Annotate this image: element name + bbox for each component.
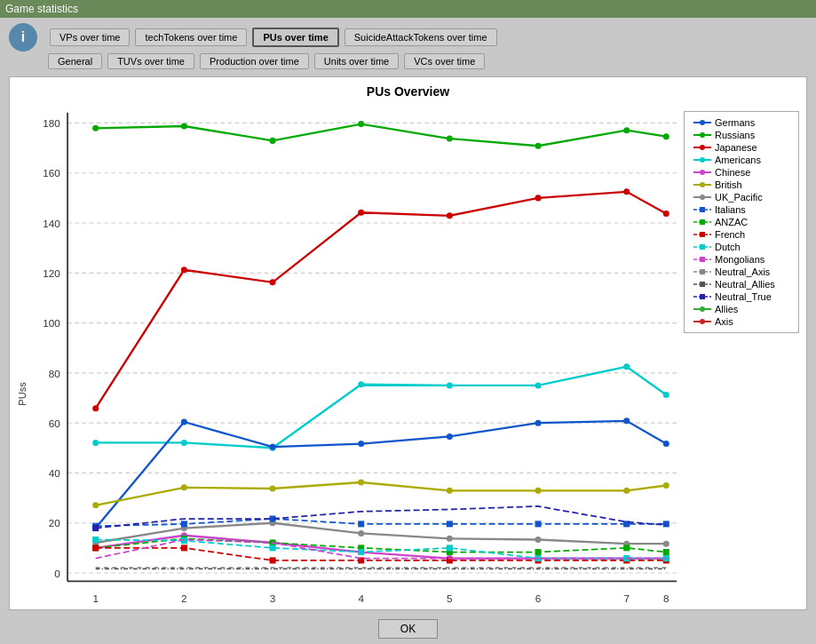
legend-item-french: French bbox=[693, 229, 789, 240]
svg-wrapper: 180 160 140 120 100 80 60 40 20 0 1 2 3 … bbox=[31, 102, 677, 610]
legend-item-americans: Americans bbox=[693, 155, 789, 165]
tab-tuvs[interactable]: TUVs over time bbox=[107, 53, 194, 69]
svg-text:1: 1 bbox=[92, 592, 99, 604]
legend-label-neutralallies: Neutral_Allies bbox=[715, 279, 775, 290]
svg-text:160: 160 bbox=[43, 167, 60, 179]
svg-point-64 bbox=[181, 484, 187, 490]
svg-point-63 bbox=[92, 502, 99, 508]
legend-item-germans: Germans bbox=[693, 117, 789, 128]
legend-item-japanese: Japanese bbox=[693, 142, 789, 153]
svg-point-40 bbox=[181, 266, 187, 273]
svg-point-127 bbox=[700, 157, 705, 163]
svg-rect-92 bbox=[535, 549, 542, 555]
tab-units[interactable]: Units over time bbox=[314, 53, 399, 69]
legend-item-allies: Allies bbox=[693, 304, 789, 314]
main-container: i VPs over time techTokens over time PUs… bbox=[0, 18, 816, 644]
svg-point-50 bbox=[358, 381, 364, 387]
svg-point-153 bbox=[700, 319, 705, 324]
legend-item-italians: Italians bbox=[693, 204, 789, 215]
svg-text:180: 180 bbox=[43, 117, 60, 129]
svg-text:40: 40 bbox=[49, 467, 61, 479]
svg-point-121 bbox=[700, 120, 705, 125]
chart-area: PUss 180 160 140 120 100 80 60 40 20 0 1 bbox=[17, 102, 799, 610]
info-icon: i bbox=[9, 23, 37, 52]
legend-item-russians: Russians bbox=[693, 130, 789, 140]
svg-text:3: 3 bbox=[270, 592, 276, 604]
legend-label-french: French bbox=[715, 229, 745, 240]
legend-label-allies: Allies bbox=[715, 304, 738, 314]
svg-rect-100 bbox=[535, 521, 542, 527]
tab-vps[interactable]: VPs over time bbox=[50, 28, 130, 46]
y-axis-label: PUss bbox=[17, 102, 28, 610]
svg-point-47 bbox=[92, 440, 99, 446]
legend-label-russians: Russians bbox=[715, 130, 755, 140]
svg-point-125 bbox=[700, 145, 705, 150]
legend-item-anzac: ANZAC bbox=[693, 217, 789, 227]
svg-text:140: 140 bbox=[43, 218, 60, 229]
legend-label-americans: Americans bbox=[715, 155, 761, 165]
svg-text:60: 60 bbox=[49, 417, 61, 429]
tab-production[interactable]: Production over time bbox=[200, 53, 309, 69]
svg-point-42 bbox=[358, 210, 364, 216]
svg-point-133 bbox=[700, 195, 705, 200]
svg-text:100: 100 bbox=[43, 317, 60, 329]
svg-text:8: 8 bbox=[663, 592, 669, 604]
title-text: Game statistics bbox=[5, 3, 78, 15]
ok-button[interactable]: OK bbox=[378, 619, 438, 639]
svg-point-69 bbox=[623, 488, 630, 494]
svg-point-59 bbox=[447, 433, 453, 440]
legend-label-british: British bbox=[715, 179, 742, 190]
svg-point-36 bbox=[535, 143, 542, 149]
legend-item-dutch: Dutch bbox=[693, 242, 789, 252]
svg-text:5: 5 bbox=[447, 592, 453, 604]
tab-techtokens[interactable]: techTokens over time bbox=[135, 28, 247, 46]
svg-point-33 bbox=[270, 138, 276, 144]
svg-point-48 bbox=[181, 440, 187, 446]
tab-vcs[interactable]: VCs over time bbox=[404, 53, 485, 69]
svg-point-41 bbox=[270, 279, 276, 285]
svg-point-31 bbox=[92, 125, 99, 131]
svg-text:6: 6 bbox=[535, 592, 542, 604]
chart-container: PUs Overview PUss 180 160 140 120 100 80… bbox=[9, 76, 807, 610]
legend-label-anzac: ANZAC bbox=[715, 217, 748, 227]
svg-point-70 bbox=[663, 482, 669, 489]
legend-label-neutraltrue: Neutral_True bbox=[715, 291, 772, 302]
legend-item-ukpacific: UK_Pacific bbox=[693, 192, 789, 203]
svg-point-65 bbox=[270, 486, 276, 492]
svg-point-74 bbox=[358, 530, 364, 537]
svg-point-37 bbox=[623, 127, 630, 133]
svg-rect-93 bbox=[623, 545, 630, 551]
svg-point-67 bbox=[447, 488, 453, 494]
svg-point-76 bbox=[535, 537, 542, 543]
svg-point-34 bbox=[358, 121, 364, 127]
svg-rect-119 bbox=[92, 525, 99, 531]
tab-pus[interactable]: PUs over time bbox=[252, 28, 338, 47]
tabs-row2: General TUVs over time Production over t… bbox=[0, 52, 816, 73]
svg-rect-102 bbox=[663, 521, 669, 527]
svg-point-46 bbox=[663, 211, 669, 217]
svg-rect-94 bbox=[663, 549, 669, 555]
tab-suicideattack[interactable]: SuicideAttackTokens over time bbox=[345, 28, 497, 46]
svg-point-61 bbox=[623, 417, 630, 424]
legend-label-neutralaxis: Neutral_Axis bbox=[715, 266, 770, 277]
svg-rect-96 bbox=[181, 521, 187, 527]
ok-bar: OK bbox=[0, 614, 816, 644]
svg-point-56 bbox=[181, 418, 187, 425]
svg-rect-114 bbox=[358, 549, 364, 555]
legend-item-mongolians: Mongolians bbox=[693, 254, 789, 265]
svg-rect-103 bbox=[92, 545, 99, 551]
svg-rect-137 bbox=[700, 219, 705, 225]
legend-item-neutralallies: Neutral_Allies bbox=[693, 279, 789, 290]
svg-rect-104 bbox=[181, 545, 187, 551]
svg-text:0: 0 bbox=[54, 568, 60, 579]
svg-point-123 bbox=[700, 132, 705, 138]
legend-item-british: British bbox=[693, 179, 789, 190]
svg-rect-99 bbox=[447, 521, 453, 527]
tab-general[interactable]: General bbox=[48, 53, 102, 69]
svg-point-43 bbox=[447, 212, 453, 219]
legend-label-ukpacific: UK_Pacific bbox=[715, 192, 763, 203]
svg-point-39 bbox=[92, 405, 99, 411]
svg-rect-113 bbox=[270, 545, 276, 551]
svg-rect-139 bbox=[700, 232, 705, 237]
svg-text:20: 20 bbox=[49, 517, 61, 529]
